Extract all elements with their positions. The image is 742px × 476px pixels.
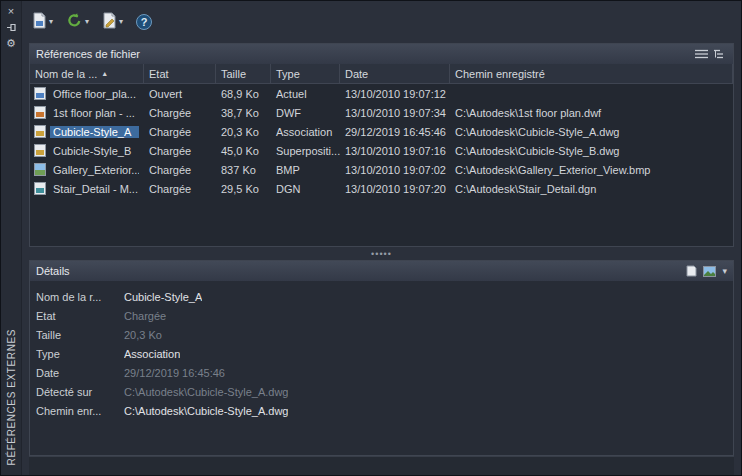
file-date: 13/10/2010 19:07:34 (340, 103, 450, 122)
file-date: 13/10/2010 19:07:20 (340, 179, 450, 198)
file-status: Chargée (144, 160, 216, 179)
help-button[interactable]: ? (136, 14, 152, 30)
change-path-dropdown-icon[interactable]: ▾ (119, 18, 123, 26)
file-path: C:\Autodesk\Gallery_Exterior_View.bmp (450, 160, 733, 179)
palette-bottom-resize-handle[interactable] (29, 456, 734, 475)
file-list: Office floor_pla... Ouvert 68,9 Ko Actue… (30, 84, 733, 246)
table-header-row: Nom de la ... ▲ Etat Taille Type Date Ch… (30, 64, 733, 84)
palette-title: RÉFÉRENCES EXTERNES (6, 329, 17, 465)
details-panel: Détails ▾ Nom de la r... Cubicle-Style_A… (29, 260, 734, 456)
detail-value: C:\Autodesk\Cubicle-Style_A.dwg (124, 386, 288, 398)
current-drawing-file-icon (34, 87, 46, 100)
refresh-dropdown-icon[interactable]: ▾ (85, 18, 89, 26)
details-title: Détails (36, 265, 70, 277)
dgn-file-icon (34, 182, 46, 195)
details-menu-chevron-icon[interactable]: ▾ (722, 266, 727, 276)
file-type: Superpositi... (271, 141, 340, 160)
dwf-file-icon (34, 106, 46, 119)
properties-gear-icon[interactable]: ⚙ (4, 36, 19, 50)
file-type: Actuel (271, 84, 340, 103)
file-status: Chargée (144, 122, 216, 141)
file-name: Cubicle-Style_A (50, 126, 139, 138)
file-name: Office floor_pla... (50, 88, 139, 100)
detail-label: Taille (36, 329, 124, 341)
detail-value: 29/12/2019 16:45:46 (124, 367, 225, 379)
panel-splitter[interactable]: ••••• (29, 247, 734, 260)
close-icon[interactable]: × (4, 4, 19, 18)
file-date: 13/10/2010 19:07:02 (340, 160, 450, 179)
details-header: Détails ▾ (30, 261, 733, 281)
file-path: C:\Autodesk\Cubicle-Style_B.dwg (450, 141, 733, 160)
bmp-image-file-icon (34, 163, 46, 176)
file-size: 38,7 Ko (216, 103, 271, 122)
preview-image-icon[interactable] (703, 266, 716, 277)
table-row-selected[interactable]: Cubicle-Style_A Chargée 20,3 Ko Associat… (30, 122, 733, 141)
detail-row: Nom de la r... Cubicle-Style_A (36, 287, 729, 306)
file-status: Chargée (144, 179, 216, 198)
autohide-pin-icon[interactable] (4, 20, 19, 34)
detail-label: Etat (36, 310, 124, 322)
column-header-path[interactable]: Chemin enregistré (450, 64, 733, 84)
details-view-icon[interactable] (686, 265, 697, 277)
file-type: BMP (271, 160, 340, 179)
change-path-icon (102, 12, 117, 33)
detail-label: Chemin enr... (36, 405, 124, 417)
detail-label: Date (36, 367, 124, 379)
column-header-date[interactable]: Date (340, 64, 450, 84)
attach-file-icon (32, 12, 47, 33)
dwg-file-icon (34, 144, 46, 157)
detail-row: Date 29/12/2019 16:45:46 (36, 363, 729, 382)
list-view-icon[interactable] (695, 49, 708, 59)
file-date: 13/10/2010 19:07:16 (340, 141, 450, 160)
table-row[interactable]: Office floor_pla... Ouvert 68,9 Ko Actue… (30, 84, 733, 103)
file-references-title: Références de fichier (36, 48, 140, 60)
file-status: Chargée (144, 103, 216, 122)
detail-value: Cubicle-Style_A (124, 291, 202, 303)
detail-value: Association (124, 348, 180, 360)
toolbar: ▾ ▾ ▾ ? (29, 1, 734, 43)
column-header-name[interactable]: Nom de la ... ▲ (30, 64, 144, 84)
file-path (450, 84, 733, 103)
attach-file-button[interactable]: ▾ (32, 12, 53, 33)
file-status: Ouvert (144, 84, 216, 103)
refresh-button[interactable]: ▾ (66, 12, 89, 33)
file-date: 13/10/2010 19:07:12 (340, 84, 450, 103)
external-references-palette: × ⚙ RÉFÉRENCES EXTERNES ▾ ▾ (0, 0, 742, 476)
palette-body: ▾ ▾ ▾ ? Références de fichier (22, 1, 741, 475)
detail-value: Chargée (124, 310, 166, 322)
column-header-size[interactable]: Taille (216, 64, 271, 84)
detail-row: Taille 20,3 Ko (36, 325, 729, 344)
table-row[interactable]: Cubicle-Style_B Chargée 45,0 Ko Superpos… (30, 141, 733, 160)
file-size: 20,3 Ko (216, 122, 271, 141)
column-header-type[interactable]: Type (271, 64, 340, 84)
file-references-header: Références de fichier (30, 44, 733, 64)
file-name: 1st floor plan - ... (50, 107, 139, 119)
detail-value: 20,3 Ko (124, 329, 162, 341)
attach-dropdown-icon[interactable]: ▾ (49, 18, 53, 26)
file-size: 45,0 Ko (216, 141, 271, 160)
tree-view-icon[interactable] (714, 49, 727, 59)
column-header-status[interactable]: Etat (144, 64, 216, 84)
file-type: Association (271, 122, 340, 141)
details-fields: Nom de la r... Cubicle-Style_A Etat Char… (30, 281, 733, 455)
change-path-button[interactable]: ▾ (102, 12, 123, 33)
table-row[interactable]: Gallery_Exterior... Chargée 837 Ko BMP 1… (30, 160, 733, 179)
sort-ascending-icon: ▲ (101, 70, 108, 77)
file-path: C:\Autodesk\Cubicle-Style_A.dwg (450, 122, 733, 141)
table-row[interactable]: 1st floor plan - ... Chargée 38,7 Ko DWF… (30, 103, 733, 122)
palette-titlebar: × ⚙ RÉFÉRENCES EXTERNES (1, 1, 22, 475)
file-size: 68,9 Ko (216, 84, 271, 103)
detail-value: C:\Autodesk\Cubicle-Style_A.dwg (124, 405, 288, 417)
file-size: 837 Ko (216, 160, 271, 179)
file-path: C:\Autodesk\1st floor plan.dwf (450, 103, 733, 122)
file-name: Gallery_Exterior... (50, 164, 139, 176)
dwg-file-icon (34, 125, 46, 138)
file-status: Chargée (144, 141, 216, 160)
file-references-panel: Références de fichier Nom de la ... ▲ Et… (29, 43, 734, 247)
splitter-grip-dots: ••••• (371, 249, 392, 259)
file-date: 29/12/2019 16:45:46 (340, 122, 450, 141)
refresh-icon (66, 12, 83, 33)
table-row[interactable]: Stair_Detail - M... Chargée 29,5 Ko DGN … (30, 179, 733, 198)
file-name: Cubicle-Style_B (50, 145, 139, 157)
detail-row: Détecté sur C:\Autodesk\Cubicle-Style_A.… (36, 382, 729, 401)
